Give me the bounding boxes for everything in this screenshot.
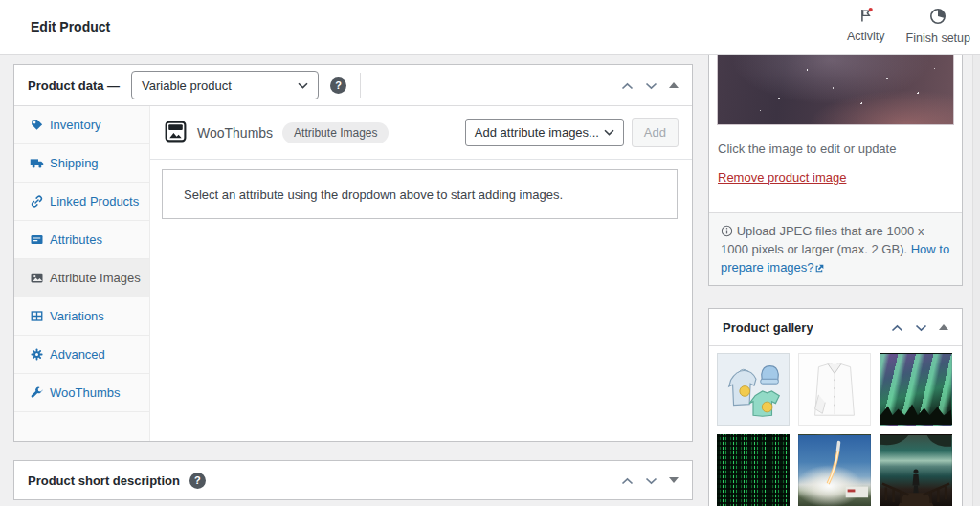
product-data-tabs: Inventory Shipping Linked Products Attri… bbox=[14, 106, 150, 441]
product-data-header: Product data — Variable product ? bbox=[14, 65, 692, 106]
link-icon bbox=[30, 194, 44, 209]
help-icon[interactable]: ? bbox=[189, 473, 206, 489]
woothumbs-plugin-name: WooThumbs bbox=[197, 125, 273, 141]
tab-attribute-images[interactable]: Attribute Images bbox=[14, 259, 149, 297]
setup-progress-icon bbox=[928, 7, 947, 29]
external-link-icon bbox=[814, 263, 825, 274]
empty-state-message: Select an attribute using the dropdown a… bbox=[184, 187, 563, 202]
truck-icon bbox=[30, 156, 44, 170]
product-data-panel: Product data — Variable product ? Invent… bbox=[13, 64, 693, 442]
divider bbox=[360, 73, 361, 98]
index-card-icon bbox=[30, 232, 44, 247]
finish-setup-button[interactable]: Finish setup bbox=[906, 7, 970, 45]
topbar: Edit Product Activity Finish setup bbox=[0, 0, 980, 55]
thumbnail-white-dress-shirt[interactable] bbox=[798, 353, 871, 426]
product-gallery-title: Product gallery bbox=[723, 320, 813, 335]
move-down-button[interactable] bbox=[645, 473, 657, 488]
activity-label: Activity bbox=[847, 30, 885, 43]
woothumbs-toolbar: WooThumbs Attribute Images Add attribute… bbox=[150, 106, 692, 160]
chevron-down-icon bbox=[604, 129, 614, 136]
move-down-button[interactable] bbox=[915, 320, 927, 335]
attribute-select-value: Add attribute images... bbox=[475, 125, 599, 140]
woocommerce-edit-product-screen: Edit Product Activity Finish setup Produ… bbox=[0, 0, 980, 506]
move-up-button[interactable] bbox=[621, 78, 634, 93]
add-attribute-images-select[interactable]: Add attribute images... bbox=[465, 119, 624, 146]
short-description-header: Product short description ? bbox=[14, 461, 692, 499]
move-up-button[interactable] bbox=[621, 473, 634, 488]
page-scrollbar[interactable] bbox=[972, 55, 980, 506]
short-description-title: Product short description bbox=[28, 473, 180, 488]
empty-state-notice: Select an attribute using the dropdown a… bbox=[162, 169, 678, 219]
collapse-toggle-icon[interactable] bbox=[669, 477, 679, 483]
grid-icon bbox=[30, 309, 44, 323]
thumbnail-apparel-illustration[interactable] bbox=[717, 353, 790, 426]
panel-controls bbox=[621, 78, 679, 93]
attribute-images-badge: Attribute Images bbox=[282, 122, 389, 143]
finish-setup-label: Finish setup bbox=[906, 32, 970, 45]
product-gallery-header: Product gallery bbox=[709, 309, 962, 346]
short-description-panel: Product short description ? bbox=[13, 460, 693, 500]
chevron-down-icon bbox=[298, 82, 308, 89]
tab-inventory[interactable]: Inventory bbox=[14, 106, 149, 144]
thumbnail-rocket-launch[interactable] bbox=[798, 434, 871, 506]
tab-woothumbs[interactable]: WooThumbs bbox=[14, 374, 149, 412]
product-data-title: Product data — bbox=[28, 78, 120, 93]
flag-icon bbox=[857, 7, 875, 27]
tag-icon bbox=[30, 118, 44, 132]
collapse-toggle-icon[interactable] bbox=[669, 82, 679, 88]
add-button[interactable]: Add bbox=[632, 118, 679, 147]
upload-guidelines-note: Upload JPEG files that are 1000 x 1000 p… bbox=[709, 212, 962, 285]
attribute-images-tab-content: WooThumbs Attribute Images Add attribute… bbox=[150, 106, 692, 441]
upload-note-text: Upload JPEG files that are 1000 x 1000 p… bbox=[721, 224, 924, 256]
thumbnail-storm-wave-boardwalk[interactable] bbox=[880, 434, 952, 506]
product-type-value: Variable product bbox=[142, 78, 232, 93]
page-title: Edit Product bbox=[31, 19, 110, 34]
info-icon bbox=[721, 225, 733, 237]
remove-product-image-link[interactable]: Remove product image bbox=[718, 170, 846, 185]
topbar-actions: Activity Finish setup bbox=[847, 7, 970, 45]
tab-linked-products[interactable]: Linked Products bbox=[14, 183, 149, 221]
gallery-thumbnails bbox=[709, 346, 962, 506]
product-image-panel: Click the image to edit or update Remove… bbox=[708, 55, 963, 286]
woothumbs-logo-icon bbox=[164, 120, 188, 146]
product-type-select[interactable]: Variable product bbox=[131, 71, 319, 99]
collapse-toggle-icon[interactable] bbox=[939, 324, 948, 330]
featured-product-image[interactable] bbox=[717, 55, 954, 125]
tab-shipping[interactable]: Shipping bbox=[14, 144, 149, 183]
thumbnail-aurora-borealis[interactable] bbox=[880, 353, 952, 426]
image-edit-hint: Click the image to edit or update bbox=[718, 142, 953, 156]
tab-advanced[interactable]: Advanced bbox=[14, 336, 149, 374]
help-icon[interactable]: ? bbox=[330, 77, 346, 94]
panel-controls bbox=[891, 320, 948, 335]
wrench-icon bbox=[30, 385, 44, 400]
image-icon bbox=[30, 271, 44, 285]
tab-variations[interactable]: Variations bbox=[14, 297, 149, 336]
panel-controls bbox=[621, 473, 679, 488]
product-data-body: Inventory Shipping Linked Products Attri… bbox=[14, 106, 692, 441]
thumbnail-matrix-green-code[interactable] bbox=[717, 434, 790, 506]
gear-icon bbox=[30, 347, 44, 362]
product-gallery-panel: Product gallery bbox=[708, 308, 963, 506]
toolbar-actions: Add attribute images... Add bbox=[465, 118, 679, 147]
activity-button[interactable]: Activity bbox=[847, 7, 885, 45]
move-down-button[interactable] bbox=[645, 78, 657, 93]
move-up-button[interactable] bbox=[891, 320, 903, 335]
tab-attributes[interactable]: Attributes bbox=[14, 221, 149, 259]
